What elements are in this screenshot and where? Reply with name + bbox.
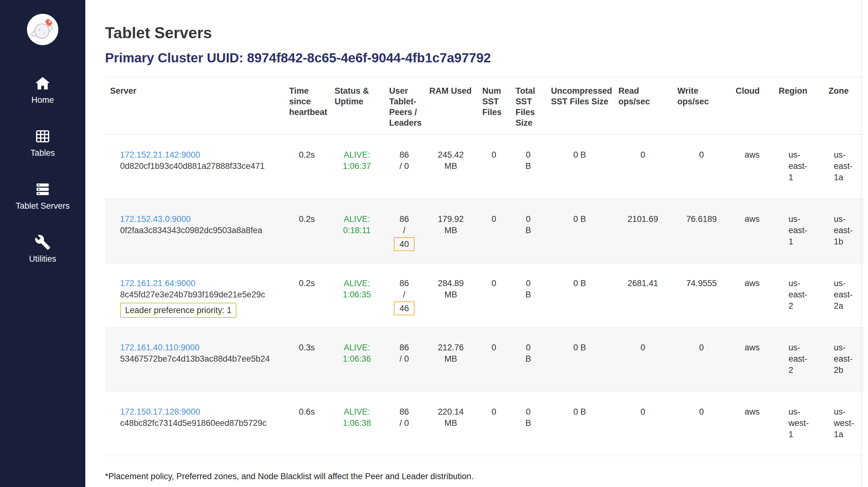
server-cell: 172.152.43.0:9000 0f2faa3c834343c0982dc9… [105,199,284,263]
peers-cell: 86 / 40 [384,199,424,263]
region-cell: us-east-1 [774,135,824,199]
region-cell: us-east-2 [774,327,824,392]
status-cell: ALIVE: 1:06:38 [330,392,384,456]
ram-value: 284.89 [427,278,475,289]
server-link[interactable]: 172.161.40.110:9000 [120,342,199,353]
read-ops-cell: 0 [613,135,672,199]
peers-cell: 86 / 0 [384,327,424,392]
scrollbar[interactable] [861,0,862,487]
ram-unit: MB [427,225,475,236]
uncompressed-sst-size-cell: 0 B [546,199,613,263]
region-value: us-east-1 [789,149,809,183]
leaders-plain: / 0 [386,417,422,429]
total-sst-value: 0 [513,149,544,160]
cloud-cell: aws [731,263,774,327]
sidebar-item-utilities[interactable]: Utilities [16,234,70,264]
peers-count: 86 [386,342,422,353]
zone-value: us-east-1a [834,149,854,183]
zone-value: us-east-2b [834,342,854,376]
leaders-count: 0 [404,418,409,428]
server-uuid: 0d820cf1b93c40d881a27888f33ce471 [120,160,282,172]
ram-used-cell: 179.92 MB [424,199,477,263]
peers-separator: / [400,418,402,428]
ram-unit: MB [427,289,475,300]
tablet-servers-table-body: 172.152.21.142:9000 0d820cf1b93c40d881a2… [105,135,864,456]
server-link[interactable]: 172.161.21.64:9000 [120,278,195,289]
total-sst-value: 0 [513,406,544,417]
ram-unit: MB [427,353,475,364]
zone-cell: us-west-1a [824,392,864,456]
peers-count: 86 [386,406,422,417]
status-label: ALIVE: [332,406,382,417]
uptime-value: 1:06:36 [332,353,382,364]
sidebar-item-label: Tablet Servers [16,201,70,211]
leaders-count: 0 [404,161,409,171]
ram-used-cell: 284.89 MB [424,263,477,327]
cloud-cell: aws [731,135,774,199]
leader-preference-badge: Leader preference priority: 1 [120,303,237,318]
region-cell: us-east-2 [774,263,824,327]
sidebar-item-label: Tables [30,148,55,158]
leaders-count: 0 [404,354,409,363]
uncompressed-sst-size-cell: 0 B [546,135,613,199]
heartbeat-cell: 0.2s [284,135,330,199]
num-sst-files-cell: 0 [477,135,510,199]
status-cell: ALIVE: 1:06:36 [330,327,384,392]
ram-value: 220.14 [427,406,475,417]
ram-unit: MB [427,160,475,172]
server-link[interactable]: 172.152.21.142:9000 [120,149,200,160]
placement-policy-note: *Placement policy, Preferred zones, and … [105,472,861,481]
leaders-boxed: / 46 [386,289,422,315]
ram-used-cell: 212.76 MB [424,327,477,392]
server-uuid: 53467572be7c4d13b3ac88d4b7ee5b24 [120,353,282,364]
server-cell: 172.150.17.128:9000 c48bc82fc7314d5e9186… [105,392,284,456]
sidebar-item-tablet-servers[interactable]: Tablet Servers [16,181,70,211]
write-ops-cell: 74.9555 [672,263,731,327]
zone-cell: us-east-2b [824,327,864,392]
peers-cell: 86 / 46 [384,263,424,327]
peers-separator: / [400,354,402,363]
peers-count: 86 [386,214,422,225]
server-link[interactable]: 172.152.43.0:9000 [120,214,191,225]
total-sst-value: 0 [513,342,544,353]
total-sst-unit: B [513,417,544,429]
heartbeat-cell: 0.3s [284,327,330,392]
sidebar: Home Tables Tablet S [0,0,85,487]
status-label: ALIVE: [332,278,382,289]
leaders-plain: / 0 [386,160,422,172]
zone-value: us-east-1b [834,214,854,247]
write-ops-cell: 0 [672,327,731,392]
num-sst-files-cell: 0 [477,263,510,327]
column-header-uncompressed-sst: Uncompressed SST Files Size [546,77,613,135]
column-header-heartbeat: Time since heartbeat [284,77,330,135]
main-content: Tablet Servers Primary Cluster UUID: 897… [85,0,868,487]
column-header-zone: Zone [824,77,864,135]
table-row: 172.161.40.110:9000 53467572be7c4d13b3ac… [105,327,864,392]
peers-cell: 86 / 0 [384,135,424,199]
status-cell: ALIVE: 0:18:11 [330,199,384,263]
column-header-cloud: Cloud [731,77,774,135]
region-cell: us-east-1 [774,199,824,263]
sidebar-item-home[interactable]: Home [16,75,70,105]
region-value: us-east-1 [789,214,809,247]
zone-cell: us-east-2a [824,263,864,327]
column-header-num-sst: Num SST Files [477,77,510,135]
heartbeat-cell: 0.6s [284,392,330,456]
ram-unit: MB [427,417,475,429]
tablet-servers-table: Server Time since heartbeat Status & Upt… [105,77,864,456]
total-sst-size-cell: 0 B [510,327,546,392]
peers-separator: / [386,225,422,236]
uptime-value: 1:06:38 [332,417,382,429]
uncompressed-sst-size-cell: 0 B [546,327,613,392]
utilities-icon [34,234,51,250]
total-sst-size-cell: 0 B [510,199,546,263]
server-link[interactable]: 172.150.17.128:9000 [120,406,200,417]
peers-count: 86 [386,278,422,289]
total-sst-value: 0 [513,278,544,289]
cloud-cell: aws [731,199,774,263]
zone-cell: us-east-1b [824,199,864,263]
num-sst-files-cell: 0 [477,199,510,263]
sidebar-item-tables[interactable]: Tables [16,128,70,158]
leaders-boxed: / 40 [386,225,422,251]
total-sst-unit: B [513,160,544,172]
